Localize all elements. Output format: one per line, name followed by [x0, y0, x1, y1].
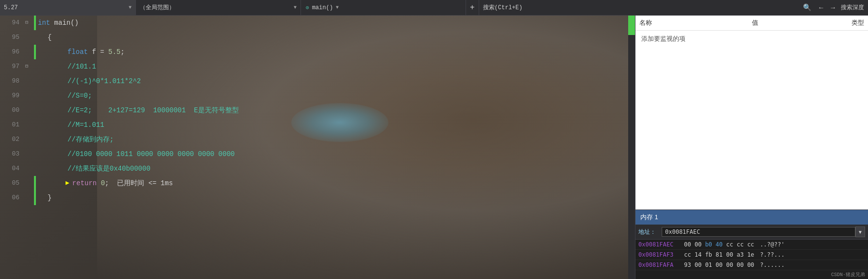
code-line: 05▶return 0; 已用时间 <= 1ms — [0, 176, 635, 191]
code-text: return 0; 已用时间 <= 1ms — [70, 176, 635, 191]
line-number: 95 — [0, 30, 23, 45]
search-label: 搜索(Ctrl+E) — [483, 3, 798, 12]
func-dropdown[interactable]: ⊙ main() ▼ — [301, 0, 466, 15]
code-line: 01//M=1.011 — [0, 118, 635, 132]
green-bar — [34, 191, 36, 205]
line-number: 96 — [0, 45, 23, 59]
csdn-badge: CSDN·猪皮兄弟 — [635, 270, 868, 279]
code-line: 02//存储到内存; — [0, 132, 635, 147]
memory-panel: 内存 1 地址： ▼ 0x0081FAEC00 00 b0 40 cc cc c… — [635, 209, 868, 279]
memory-row: 0x0081FAFA93 00 01 00 00 00 00 ?...... — [635, 260, 868, 270]
watch-col-name: 名称 — [639, 18, 752, 27]
watch-table-header: 名称 值 类型 — [635, 16, 868, 31]
code-line: 98//(-1)^0*1.011*2^2 — [0, 74, 635, 88]
line-number: 94 — [0, 16, 23, 30]
func-icon: ⊙ — [306, 4, 309, 11]
line-number: 05 — [0, 176, 23, 191]
watch-add-item[interactable]: 添加要监视的项 — [635, 31, 868, 47]
scope-arrow-2: ▼ — [294, 5, 297, 10]
func-name: main() — [312, 4, 333, 11]
search-panel-top: 搜索(Ctrl+E) 🔍 ← → 搜索深度 — [479, 0, 868, 15]
search-back-button[interactable]: ← — [817, 3, 825, 13]
code-text: //101.1 — [66, 59, 635, 74]
line-number: 02 — [0, 132, 23, 147]
mem-row-bytes: 93 00 01 00 00 00 00 — [684, 262, 754, 268]
code-line: 94⊟int main() — [0, 16, 635, 30]
code-text: { — [46, 30, 635, 45]
code-line: 97⊟//101.1 — [0, 59, 635, 74]
mem-row-address: 0x0081FAEC — [638, 241, 682, 248]
code-text: int main() — [36, 16, 635, 30]
mem-addr-label: 地址： — [638, 228, 662, 236]
mem-row-ascii: ..?@??' — [760, 241, 785, 248]
mem-row-bytes: 00 00 b0 40 cc cc cc — [684, 241, 754, 248]
code-text: float f = 5.5; — [66, 45, 635, 59]
code-content[interactable]: 94⊟int main()95{96float f = 5.5;97⊟//101… — [0, 16, 635, 279]
green-bar — [34, 45, 36, 59]
line-number: 03 — [0, 147, 23, 161]
code-text: //M=1.011 — [66, 118, 635, 132]
memory-row: 0x0081FAEC00 00 b0 40 cc cc cc ..?@??' — [635, 240, 868, 250]
scope-value-1: 5.27 — [4, 4, 18, 11]
code-line: 04//结果应该是0x40b00000 — [0, 161, 635, 176]
search-forward-button[interactable]: → — [829, 3, 837, 13]
scrollbar[interactable] — [628, 16, 635, 279]
line-number: 98 — [0, 74, 23, 88]
mem-addr-dropdown[interactable]: ▼ — [855, 227, 865, 237]
scope-dropdown-2[interactable]: （全局范围） ▼ — [136, 0, 301, 15]
code-text: //0100 0000 1011 0000 0000 0000 0000 000… — [66, 147, 635, 161]
code-text: //S=0; — [66, 88, 635, 103]
fold-gutter[interactable]: ⊟ — [23, 16, 30, 30]
code-line: 06} — [0, 191, 635, 205]
code-line: 03//0100 0000 1011 0000 0000 0000 0000 0… — [0, 147, 635, 161]
line-number: 01 — [0, 118, 23, 132]
fold-gutter[interactable]: ⊟ — [23, 59, 30, 74]
memory-row: 0x0081FAF3cc 14 fb 81 00 a3 1e ?.??... — [635, 250, 868, 260]
watch-panel: 名称 值 类型 添加要监视的项 — [635, 16, 868, 209]
code-line: 95{ — [0, 30, 635, 45]
memory-panel-title: 内存 1 — [635, 210, 868, 225]
mem-row-address: 0x0081FAFA — [638, 262, 682, 268]
search-depth-label: 搜索深度 — [841, 3, 864, 12]
line-number: 04 — [0, 161, 23, 176]
line-number: 99 — [0, 88, 23, 103]
watch-col-val: 值 — [752, 18, 808, 27]
mem-row-ascii: ?.??... — [760, 251, 785, 258]
memory-address-row: 地址： ▼ — [635, 225, 868, 240]
code-text: } — [46, 191, 635, 205]
execution-arrow: ▶ — [66, 176, 69, 191]
line-number: 97 — [0, 59, 23, 74]
code-text: //结果应该是0x40b00000 — [66, 161, 635, 176]
right-panel: 名称 值 类型 添加要监视的项 内存 1 地址： ▼ 0x0081FAEC00 … — [635, 16, 868, 279]
code-line: 00//E=2; 2+127=129 10000001 E是无符号整型 — [0, 103, 635, 118]
scope-dropdown-1[interactable]: 5.27 ▼ — [0, 0, 136, 15]
code-text: //存储到内存; — [66, 132, 635, 147]
green-bar — [34, 176, 36, 191]
code-text: //(-1)^0*1.011*2^2 — [66, 74, 635, 88]
code-text: //E=2; 2+127=129 10000001 E是无符号整型 — [66, 103, 635, 118]
top-toolbar: 5.27 ▼ （全局范围） ▼ ⊙ main() ▼ + 搜索(Ctrl+E) … — [0, 0, 868, 16]
mem-row-bytes: cc 14 fb 81 00 a3 1e — [684, 251, 754, 258]
mem-row-ascii: ?...... — [760, 262, 785, 268]
scroll-thumb — [628, 16, 635, 35]
code-line: 96float f = 5.5; — [0, 45, 635, 59]
line-number: 06 — [0, 191, 23, 205]
add-watch-button[interactable]: + — [466, 0, 479, 15]
scope-value-2: （全局范围） — [140, 3, 175, 12]
scope-arrow-1: ▼ — [129, 5, 132, 10]
watch-col-type: 类型 — [808, 18, 864, 27]
code-panel: 94⊟int main()95{96float f = 5.5;97⊟//101… — [0, 16, 635, 279]
main-area: 94⊟int main()95{96float f = 5.5;97⊟//101… — [0, 16, 868, 279]
func-arrow: ▼ — [336, 5, 339, 10]
code-line: 99//S=0; — [0, 88, 635, 103]
mem-row-address: 0x0081FAF3 — [638, 251, 682, 258]
memory-rows: 0x0081FAEC00 00 b0 40 cc cc cc ..?@??'0x… — [635, 240, 868, 270]
mem-addr-input[interactable] — [662, 227, 855, 237]
line-number: 00 — [0, 103, 23, 118]
search-icon-button[interactable]: 🔍 — [801, 2, 813, 13]
